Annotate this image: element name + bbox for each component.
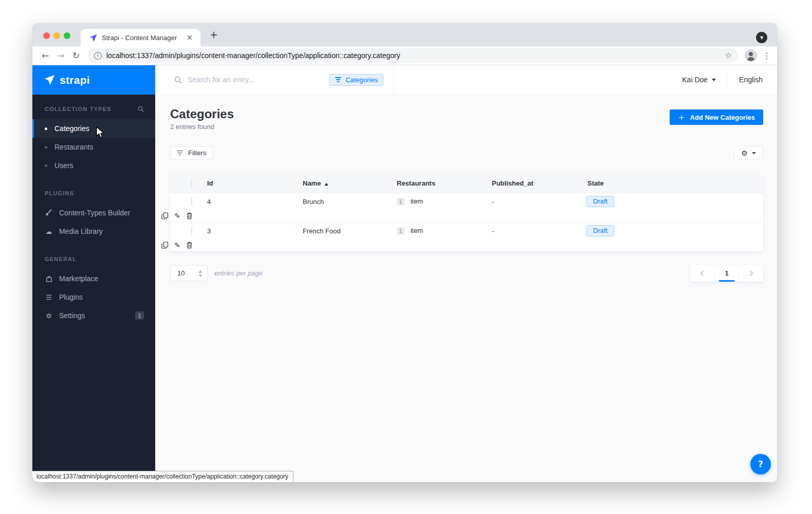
- previous-page-button[interactable]: [690, 265, 714, 282]
- cloud-upload-icon: ☁: [45, 228, 53, 235]
- sidebar-item-label: Users: [54, 161, 73, 170]
- add-new-categories-button[interactable]: + Add New Categories: [670, 109, 763, 125]
- entries-count: 2 entries found: [170, 123, 234, 131]
- sidebar-item-label: Content-Types Builder: [59, 209, 131, 217]
- cell-restaurants: 1 item: [397, 197, 492, 206]
- sidebar-item-marketplace[interactable]: Marketplace: [32, 269, 155, 288]
- close-window-button[interactable]: [43, 32, 50, 39]
- divider: [727, 74, 728, 86]
- collection-filter-chip[interactable]: Categories: [329, 74, 383, 86]
- column-header-published-at[interactable]: Published_at: [492, 179, 586, 187]
- sidebar-item-settings[interactable]: ⚙ Settings 1: [32, 306, 155, 325]
- strapi-admin: strapi COLLECTION TYPES Categories: [32, 65, 777, 482]
- chevron-down-icon: [752, 152, 756, 154]
- chevron-right-icon: [747, 270, 753, 276]
- chevron-down-icon[interactable]: [712, 79, 716, 81]
- url-text[interactable]: localhost:1337/admin/plugins/content-man…: [106, 51, 721, 60]
- duplicate-icon[interactable]: [161, 242, 169, 249]
- section-plugins: PLUGINS: [32, 188, 155, 198]
- cell-restaurants: 1 item: [397, 227, 492, 235]
- row-checkbox[interactable]: [191, 227, 192, 235]
- duplicate-icon[interactable]: [161, 212, 169, 219]
- table-row[interactable]: 4 Brunch 1 item - Draft: [170, 193, 763, 222]
- strapi-logo[interactable]: strapi: [32, 65, 155, 95]
- strapi-logo-icon: [44, 75, 55, 85]
- delete-icon[interactable]: [186, 242, 193, 249]
- shopping-bag-icon: [45, 276, 53, 282]
- user-menu[interactable]: Kai Doe: [682, 76, 708, 84]
- row-actions: ✎: [170, 242, 207, 249]
- entries-table: Id Name Restaurants Published_at State 4…: [170, 174, 763, 251]
- pager: 1: [690, 265, 763, 282]
- chevron-down-icon: ▼: [760, 35, 763, 40]
- row-actions: ✎: [170, 212, 207, 219]
- page-number-button[interactable]: 1: [714, 265, 739, 282]
- tab-title: Strapi - Content Manager: [102, 34, 185, 42]
- state-badge: Draft: [586, 196, 614, 207]
- section-label: COLLECTION TYPES: [45, 106, 112, 112]
- sidebar-item-label: Restaurants: [54, 143, 93, 151]
- browser-tab[interactable]: Strapi - Content Manager ×: [81, 29, 200, 46]
- list-icon: ☰: [45, 293, 53, 301]
- sidebar-item-categories[interactable]: Categories: [32, 119, 155, 138]
- select-all-checkbox[interactable]: [191, 179, 192, 188]
- page-title: Categories: [170, 107, 234, 121]
- tab-search-button[interactable]: ▼: [756, 32, 767, 43]
- state-badge: Draft: [586, 225, 614, 236]
- sidebar-item-label: Settings: [59, 311, 85, 320]
- browser-menu-icon[interactable]: ⋮: [763, 51, 771, 61]
- user-area: Kai Doe English: [394, 65, 777, 94]
- sidebar-item-users[interactable]: Users: [32, 156, 155, 175]
- search-icon: [174, 76, 182, 84]
- browser-window: Strapi - Content Manager × + ▼ ← → ↻ i l…: [32, 23, 777, 482]
- traffic-lights: [43, 32, 70, 39]
- search-icon[interactable]: [138, 106, 144, 112]
- table-settings-button[interactable]: ⚙: [734, 146, 763, 160]
- edit-icon[interactable]: ✎: [174, 212, 180, 219]
- entry-search: Categories: [155, 65, 394, 94]
- strapi-logo-text: strapi: [60, 74, 90, 86]
- sidebar-item-content-types-builder[interactable]: Content-Types Builder: [32, 204, 155, 222]
- filters-button[interactable]: Filters: [170, 146, 213, 160]
- sidebar-item-plugins[interactable]: ☰ Plugins: [32, 288, 155, 306]
- zoom-window-button[interactable]: [64, 32, 70, 39]
- bookmark-star-icon[interactable]: ☆: [725, 51, 732, 60]
- bullet-icon: [45, 164, 47, 167]
- sidebar-item-label: Marketplace: [59, 274, 98, 283]
- table-row[interactable]: 3 French Food 1 item - Draft: [170, 222, 763, 251]
- filter-icon: [177, 151, 183, 156]
- search-input[interactable]: [188, 76, 329, 84]
- column-header-restaurants[interactable]: Restaurants: [397, 179, 492, 187]
- top-header: Categories Kai Doe English: [155, 65, 777, 95]
- forward-icon[interactable]: →: [53, 50, 68, 61]
- reload-icon[interactable]: ↻: [68, 50, 84, 61]
- back-icon[interactable]: ←: [38, 50, 53, 61]
- stepper-icon[interactable]: ▲▼: [199, 269, 202, 278]
- column-header-state: State: [586, 179, 763, 187]
- sidebar-item-label: Categories: [54, 124, 89, 133]
- browser-toolbar: ← → ↻ i localhost:1337/admin/plugins/con…: [32, 46, 777, 65]
- next-page-button[interactable]: [739, 265, 763, 282]
- column-header-name[interactable]: Name: [303, 179, 397, 187]
- row-checkbox[interactable]: [191, 197, 192, 206]
- tab-strip: Strapi - Content Manager × + ▼: [32, 23, 777, 46]
- edit-icon[interactable]: ✎: [174, 242, 180, 249]
- column-header-id[interactable]: Id: [207, 179, 303, 187]
- sidebar-item-media-library[interactable]: ☁ Media Library: [32, 222, 155, 241]
- language-selector[interactable]: English: [739, 76, 763, 84]
- gear-icon: ⚙: [741, 150, 748, 157]
- delete-icon[interactable]: [186, 212, 193, 219]
- site-info-icon[interactable]: i: [94, 52, 102, 60]
- minimize-window-button[interactable]: [53, 32, 60, 39]
- page-size-value: 10: [177, 269, 184, 277]
- page-size-select[interactable]: 10 ▲▼: [170, 265, 208, 281]
- status-bar: localhost:1337/admin/plugins/content-man…: [32, 471, 293, 482]
- new-tab-button[interactable]: +: [208, 29, 220, 41]
- brush-icon: [45, 209, 53, 216]
- sidebar-item-restaurants[interactable]: Restaurants: [32, 138, 155, 156]
- sort-asc-icon: [324, 183, 328, 186]
- profile-avatar[interactable]: [744, 49, 758, 62]
- tab-close-icon[interactable]: ×: [185, 33, 194, 42]
- help-button[interactable]: ?: [750, 454, 771, 474]
- address-bar[interactable]: i localhost:1337/admin/plugins/content-m…: [88, 48, 738, 63]
